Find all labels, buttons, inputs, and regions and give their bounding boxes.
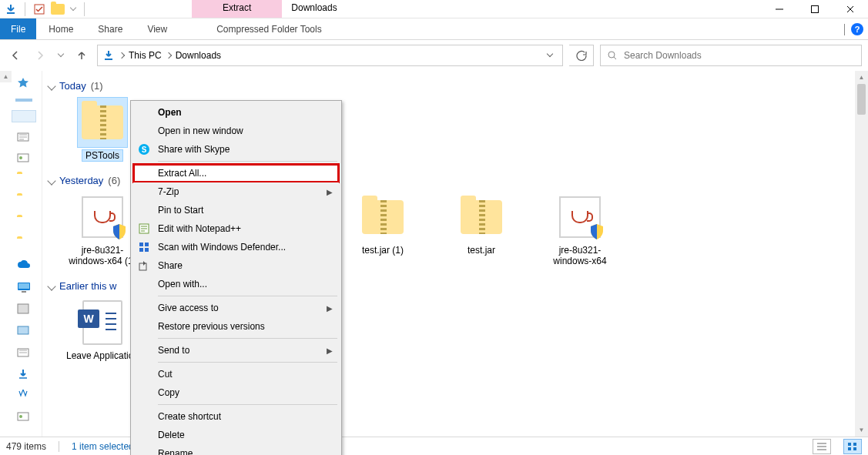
svg-text:S: S [142,146,147,154]
breadcrumb-downloads[interactable]: Downloads [176,50,221,61]
ctx-defender[interactable]: Scan with Windows Defender... [133,238,339,256]
folder-icon[interactable] [50,2,65,17]
svg-rect-21 [139,263,146,270]
sidebar-item[interactable] [17,174,32,186]
sidebar-item[interactable] [17,217,32,229]
sidebar-item[interactable] [15,99,32,102]
ctx-cut[interactable]: Cut [133,365,339,383]
extract-context-tab[interactable]: Extract [192,0,282,18]
sidebar-item[interactable] [17,325,32,337]
group-header-today[interactable]: Today (1) [49,77,868,98]
crumb-chevron-icon[interactable] [119,52,125,59]
ctx-open-with[interactable]: Open with... [133,275,339,293]
compressed-folder-tools-tab[interactable]: Compressed Folder Tools [203,18,336,39]
sidebar-item[interactable] [17,390,32,402]
sidebar-item-downloads[interactable] [12,111,35,122]
sidebar-item[interactable] [17,131,32,143]
file-label: jre-8u321-windows-x64 (1) [65,245,139,266]
refresh-button[interactable] [569,45,594,66]
sidebar-item[interactable] [17,346,32,359]
chevron-down-icon [47,82,55,90]
separator [158,296,337,296]
address-bar[interactable]: This PC Downloads [97,45,563,66]
group-label: Earlier this w [59,280,116,292]
zip-folder-icon [358,192,407,242]
quick-access-icon[interactable] [17,77,32,89]
svg-point-5 [19,156,22,159]
file-tab[interactable]: File [0,18,36,39]
ctx-copy[interactable]: Copy [133,383,339,402]
zip-folder-icon [457,192,506,242]
ctx-open[interactable]: Open [133,103,339,122]
search-input[interactable] [624,50,855,61]
close-button[interactable] [833,0,868,18]
this-pc-icon[interactable] [17,282,32,294]
breadcrumb-this-pc[interactable]: This PC [129,50,162,61]
sidebar-item[interactable] [17,152,32,165]
checkmark-icon[interactable] [32,2,47,17]
sidebar-item[interactable] [17,239,32,251]
sidebar-item[interactable] [17,411,32,423]
ctx-open-new-window[interactable]: Open in new window [133,122,339,140]
scroll-up-button[interactable]: ▲ [855,71,868,84]
ctx-share-skype[interactable]: SShare with Skype [133,140,339,159]
search-box[interactable] [600,45,862,66]
ctx-delete[interactable]: Delete [133,426,339,444]
ctx-send-to[interactable]: Send to▶ [133,341,339,360]
navigation-pane[interactable]: ▲ [0,71,42,437]
ctx-rename[interactable]: Rename [133,444,339,455]
minimize-button[interactable] [762,0,797,18]
submenu-arrow-icon: ▶ [327,304,333,313]
details-view-button[interactable] [813,439,831,454]
sidebar-scroll-up[interactable]: ▲ [0,71,12,82]
separator [25,2,25,16]
share-tab[interactable]: Share [85,18,135,39]
forward-button[interactable] [31,46,49,65]
submenu-arrow-icon: ▶ [327,346,333,355]
file-tile-pstools[interactable]: PSTools [65,98,139,161]
file-tile-jre1[interactable]: jre-8u321-windows-x64 (1) [65,192,139,266]
ribbon-expand-icon[interactable] [844,24,845,35]
sidebar-item[interactable] [17,196,32,208]
crumb-chevron-icon[interactable] [165,52,171,59]
scroll-thumb[interactable] [857,84,866,115]
ctx-pin-start[interactable]: Pin to Start [133,201,339,219]
file-tile-leave-application[interactable]: W Leave Application [65,298,139,361]
svg-point-2 [608,52,615,58]
help-icon[interactable]: ? [851,23,863,35]
ctx-create-shortcut[interactable]: Create shortcut [133,407,339,426]
maximize-button[interactable] [797,0,833,18]
up-button[interactable] [72,46,91,65]
ctx-give-access[interactable]: Give access to▶ [133,299,339,317]
ctx-7zip[interactable]: 7-Zip▶ [133,182,339,201]
file-tile-testjar1[interactable]: test.jar (1) [346,192,420,266]
svg-rect-24 [848,447,851,450]
group-label: Yesterday [59,175,103,186]
docx-file-icon: W [78,298,127,347]
window-title: Downloads [282,0,346,18]
onedrive-icon[interactable] [17,260,32,273]
content-scrollbar[interactable]: ▲ ▼ [855,71,868,437]
file-tile-jre2[interactable]: jre-8u321-windows-x64 [543,192,617,266]
file-label: test.jar [468,245,495,256]
svg-rect-23 [853,443,856,446]
group-label: Today [59,80,86,92]
ctx-share[interactable]: Share [133,256,339,275]
down-arrow-icon[interactable] [3,2,18,17]
sidebar-item[interactable] [17,303,32,316]
history-dropdown[interactable] [55,46,66,65]
ctx-notepad[interactable]: Edit with Notepad++ [133,219,339,238]
home-tab[interactable]: Home [36,18,85,39]
status-item-count: 479 items [6,441,46,452]
ctx-restore-versions[interactable]: Restore previous versions [133,317,339,336]
back-button[interactable] [6,46,25,65]
view-tab[interactable]: View [135,18,179,39]
separator [84,2,85,16]
ctx-extract-all[interactable]: Extract All... [133,164,339,182]
file-tile-testjar[interactable]: test.jar [444,192,518,266]
sidebar-item[interactable] [17,368,32,380]
titlebar-dropdown-icon[interactable] [69,2,78,17]
large-icons-view-button[interactable] [843,439,862,454]
scroll-down-button[interactable]: ▼ [855,423,868,437]
address-dropdown-icon[interactable] [542,55,558,56]
